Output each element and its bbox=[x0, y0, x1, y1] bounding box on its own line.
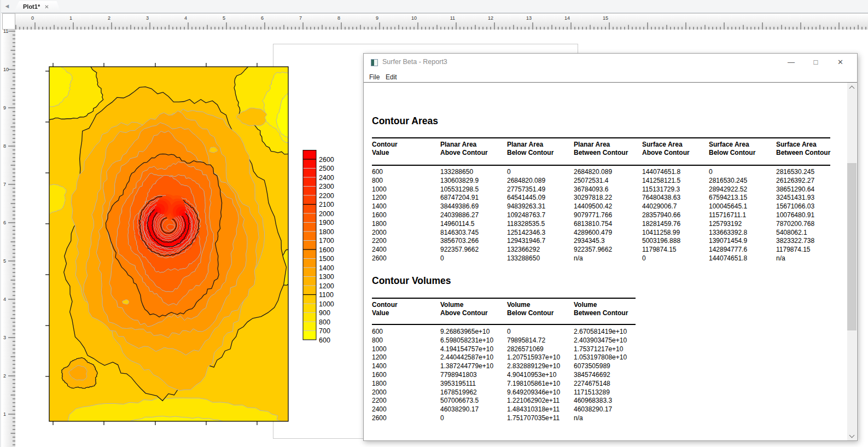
table-cell: 2826571069 bbox=[507, 345, 544, 354]
legend-label: 800 bbox=[319, 318, 330, 326]
table-cell: 7.198105861e+10 bbox=[507, 380, 560, 388]
table-cell: 1200 bbox=[372, 194, 387, 202]
maximize-icon[interactable]: □ bbox=[803, 55, 828, 69]
table-cell: 100045645.1 bbox=[709, 202, 747, 211]
table-cell: 2600 bbox=[372, 414, 387, 423]
legend-label: 2200 bbox=[319, 192, 334, 200]
ruler-label: 11 bbox=[3, 30, 8, 34]
table-row: 200016785199629.649209346e+101171513289 bbox=[364, 388, 857, 397]
ruler-label: 2 bbox=[3, 373, 6, 379]
close-icon[interactable]: ✕ bbox=[828, 55, 853, 69]
table-cell: 32451431.93 bbox=[776, 194, 814, 202]
ruler-label: 4 bbox=[184, 15, 187, 21]
table-cell: 76480438.63 bbox=[642, 194, 680, 202]
tab-nav-left-icon[interactable]: ◄ bbox=[3, 2, 11, 10]
table-cell: 28357940.66 bbox=[642, 211, 680, 220]
table-cell: 1.207515937e+10 bbox=[507, 353, 560, 362]
table-cell: 125142346.3 bbox=[507, 229, 545, 237]
table-cell: 14409500.42 bbox=[574, 202, 612, 211]
legend-label: 2600 bbox=[319, 156, 334, 164]
table-row: 160024039886.27109248763.79079771.766283… bbox=[364, 211, 857, 220]
menu-file[interactable]: File bbox=[365, 72, 383, 82]
table-cell: 1678519962 bbox=[440, 388, 477, 397]
table-cell: 2684820.089 bbox=[574, 168, 612, 177]
table-cell: 130603829.9 bbox=[440, 177, 479, 185]
table-row: 260001.751707035e+11n/a bbox=[364, 414, 857, 423]
table-cell: 0 bbox=[440, 254, 444, 263]
table-cell: 1800 bbox=[372, 380, 387, 388]
legend-label: 700 bbox=[319, 327, 330, 335]
table-cell: 7798941803 bbox=[440, 371, 477, 380]
ruler-label: 10 bbox=[3, 67, 9, 72]
surfer-app: ◄ Plot1*✕ 0123456789101112131415 1110987… bbox=[0, 0, 868, 447]
table-cell: 8146303.745 bbox=[440, 229, 479, 237]
table-cell: 2684820.089 bbox=[507, 177, 545, 185]
table-cell: 0 bbox=[709, 168, 713, 177]
report-window[interactable]: Surfer Beta - Report3 — □ ✕ File Edit Co… bbox=[363, 53, 858, 441]
table-cell: 922357.9662 bbox=[574, 246, 612, 254]
table-row: 240046038290.171.484310318e+1146038290.1… bbox=[364, 405, 857, 414]
table-cell: 9.649209346e+10 bbox=[507, 388, 560, 397]
ruler-label: 8 bbox=[337, 15, 340, 21]
table-cell: 144074651.8 bbox=[709, 254, 747, 263]
ruler-label: 7 bbox=[299, 15, 302, 21]
contour-areas-heading: Contour Areas bbox=[372, 115, 438, 127]
table-cell: 3823322.738 bbox=[776, 237, 814, 246]
tab-plot1[interactable]: Plot1*✕ bbox=[13, 1, 61, 13]
table-cell: 1200 bbox=[372, 353, 387, 362]
horizontal-ruler[interactable]: 0123456789101112131415 bbox=[15, 13, 868, 31]
scroll-up-icon[interactable] bbox=[847, 83, 857, 92]
table-cell: 2.403903475e+10 bbox=[574, 336, 627, 345]
table-cell: 38651290.64 bbox=[776, 185, 814, 194]
table-row: 14001.387244779e+102.832889129e+10607350… bbox=[364, 362, 857, 371]
menu-edit[interactable]: Edit bbox=[382, 72, 401, 82]
vertical-ruler[interactable]: 1110987654321 bbox=[2, 30, 16, 447]
scrollbar-thumb[interactable] bbox=[847, 163, 857, 330]
table-cell: 132366292 bbox=[507, 246, 540, 254]
column-header: Surface AreaAbove Contour bbox=[642, 141, 690, 156]
table-cell: 2200 bbox=[372, 397, 387, 405]
table-cell: 1600 bbox=[372, 371, 387, 380]
rule-line bbox=[372, 324, 636, 325]
table-row: 180039531951117.198105861e+102274675148 bbox=[364, 380, 857, 388]
table-cell: 1.387244779e+10 bbox=[440, 362, 493, 371]
legend-label: 1000 bbox=[319, 300, 334, 308]
report-titlebar[interactable]: Surfer Beta - Report3 — □ ✕ bbox=[364, 54, 857, 72]
table-cell: 9079771.766 bbox=[574, 211, 612, 220]
report-scrollbar[interactable] bbox=[847, 83, 857, 440]
table-row: 20008146303.745125142346.34289600.479104… bbox=[364, 229, 857, 237]
color-scale-legend[interactable]: 6007008009001000110012001300140015001600… bbox=[300, 147, 345, 350]
table-cell: 105531298.5 bbox=[440, 185, 479, 194]
tab-label: Plot1* bbox=[23, 3, 40, 10]
ruler-label: 1 bbox=[69, 15, 72, 21]
table-row: 60013328865002684820.089144074651.802816… bbox=[364, 168, 857, 177]
plot-canvas[interactable]: 6007008009001000110012001300140015001600… bbox=[15, 30, 868, 447]
minimize-icon[interactable]: — bbox=[779, 55, 803, 69]
contour-volumes-heading: Contour Volumes bbox=[372, 275, 451, 287]
table-row: 800130603829.92684820.08925072531.414125… bbox=[364, 177, 857, 185]
table-cell: 1000 bbox=[372, 185, 387, 194]
table-cell: 94839263.31 bbox=[507, 202, 545, 211]
table-cell: 79895814.72 bbox=[507, 336, 545, 345]
tab-close-icon[interactable]: ✕ bbox=[44, 4, 49, 10]
contour-map[interactable] bbox=[45, 62, 293, 426]
tab-bar: ◄ Plot1*✕ bbox=[1, 0, 868, 13]
table-cell: 115716711.1 bbox=[709, 211, 746, 220]
table-cell: n/a bbox=[574, 414, 583, 423]
table-cell: 0 bbox=[642, 254, 646, 263]
table-cell: 10076480.91 bbox=[776, 211, 814, 220]
table-cell: 1.053197808e+10 bbox=[574, 353, 627, 362]
table-cell: 2200 bbox=[372, 237, 387, 246]
ruler-label: 7 bbox=[3, 182, 6, 187]
table-cell: 2.440442587e+10 bbox=[440, 353, 493, 362]
scroll-down-icon[interactable] bbox=[847, 431, 857, 440]
table-cell: 15671066.03 bbox=[776, 202, 814, 211]
column-header: VolumeBetween Contour bbox=[574, 301, 628, 317]
table-cell: 6.598058231e+10 bbox=[440, 336, 493, 345]
table-cell: 600 bbox=[372, 328, 383, 336]
table-cell: 922357.9662 bbox=[440, 246, 479, 254]
table-cell: 28942922.52 bbox=[709, 185, 747, 194]
legend-label: 1100 bbox=[319, 291, 334, 299]
table-cell: 25072531.4 bbox=[574, 177, 608, 185]
table-cell: 3953195111 bbox=[440, 380, 476, 388]
